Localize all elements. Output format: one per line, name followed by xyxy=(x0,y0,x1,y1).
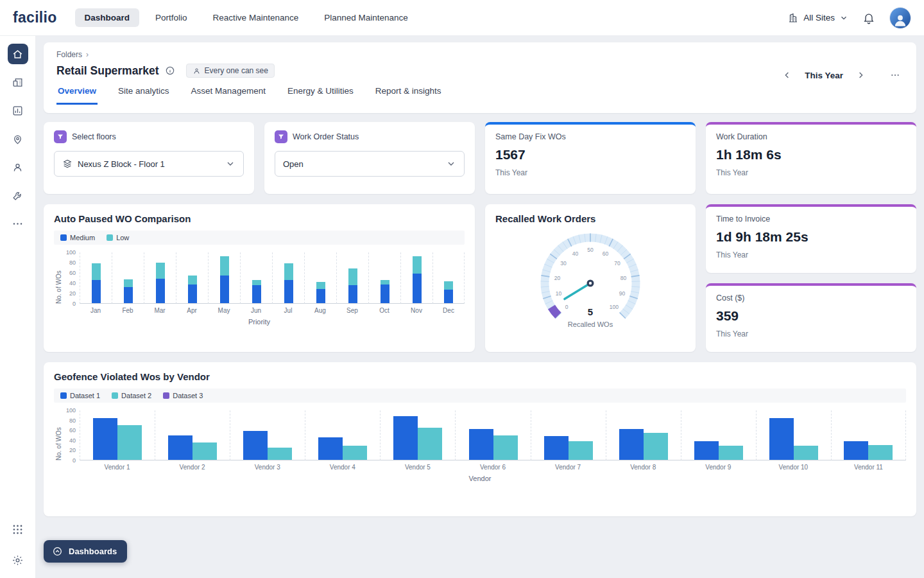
bar-dataset-2[interactable] xyxy=(868,445,893,460)
x-tick-label: Vendor 1 xyxy=(80,460,155,473)
breadcrumb-folders[interactable]: Folders xyxy=(56,50,82,59)
breadcrumb[interactable]: Folders › xyxy=(56,50,903,59)
auto-paused-bar-chart: MediumLowNo. of WOs020406080100JanFebMar… xyxy=(54,231,465,326)
period-label[interactable]: This Year xyxy=(805,71,843,80)
stacked-bar[interactable] xyxy=(188,252,197,303)
x-tick-label: Vendor 5 xyxy=(380,460,455,473)
tab-energy-utilities[interactable]: Energy & Utilities xyxy=(286,86,355,105)
y-tick-label: 80 xyxy=(69,417,76,424)
tab-overview[interactable]: Overview xyxy=(56,86,98,105)
nav-item-planned-maintenance[interactable]: Planned Maintenance xyxy=(314,8,418,27)
tab-asset-management[interactable]: Asset Management xyxy=(190,86,267,105)
sidebar-service-icon[interactable] xyxy=(8,185,28,206)
status-dropdown[interactable]: Open xyxy=(275,151,465,177)
bar-area xyxy=(230,410,305,460)
kpi-same-day-fix-wos: Same Day Fix WOs 1567 This Year xyxy=(485,122,696,194)
svg-text:90: 90 xyxy=(619,290,626,297)
stacked-bar[interactable] xyxy=(252,252,261,303)
bar-dataset-1[interactable] xyxy=(769,418,794,460)
bar-dataset-1[interactable] xyxy=(93,418,117,460)
sidebar-home-icon[interactable] xyxy=(8,44,28,64)
bar-dataset-2[interactable] xyxy=(493,435,518,460)
legend-item-dataset-3[interactable]: Dataset 3 xyxy=(163,392,203,399)
x-tick-label: Vendor 7 xyxy=(531,460,606,473)
bar-dataset-2[interactable] xyxy=(343,446,367,460)
bar-dataset-1[interactable] xyxy=(243,431,268,460)
bar-dataset-2[interactable] xyxy=(117,425,142,460)
notifications-bell-icon[interactable] xyxy=(862,12,875,24)
bar-area xyxy=(272,252,304,304)
stacked-bar[interactable] xyxy=(92,252,101,303)
bar-dataset-1[interactable] xyxy=(168,435,193,460)
stacked-bar[interactable] xyxy=(156,252,165,303)
navbar-right: All Sites xyxy=(787,7,911,29)
sidebar-apps-grid-icon[interactable] xyxy=(8,519,28,539)
period-next-button[interactable] xyxy=(852,67,869,83)
sidebar-location-icon[interactable] xyxy=(8,128,28,149)
stacked-bar[interactable] xyxy=(316,252,325,303)
geofence-row: Geofence Violated Wos by Vendor Dataset … xyxy=(44,362,916,516)
layers-icon xyxy=(62,159,73,169)
bar-dataset-1[interactable] xyxy=(544,436,569,460)
sidebar-reports-icon[interactable] xyxy=(8,100,28,121)
floors-dropdown[interactable]: Nexus Z Block - Floor 1 xyxy=(54,151,244,177)
bar-dataset-2[interactable] xyxy=(644,433,668,460)
tab-site-analytics[interactable]: Site analytics xyxy=(117,86,171,105)
stacked-bar[interactable] xyxy=(444,252,453,303)
app-logo[interactable]: facilio xyxy=(13,9,57,26)
stacked-bar[interactable] xyxy=(220,252,229,303)
stacked-bar[interactable] xyxy=(284,252,293,303)
legend-item-dataset-1[interactable]: Dataset 1 xyxy=(60,392,100,399)
user-avatar[interactable] xyxy=(889,7,911,29)
bar-dataset-1[interactable] xyxy=(694,441,719,460)
bar-dataset-1[interactable] xyxy=(619,429,644,460)
bar-dataset-2[interactable] xyxy=(569,441,593,460)
y-tick-label: 0 xyxy=(73,457,76,464)
dashboards-button-label: Dashboards xyxy=(69,547,117,556)
category-vendor-4: Vendor 4 xyxy=(305,410,380,473)
category-vendor-1: Vendor 1 xyxy=(80,410,155,473)
bar-dataset-1[interactable] xyxy=(469,429,493,460)
dashboards-button[interactable]: Dashboards xyxy=(44,540,127,563)
site-selector[interactable]: All Sites xyxy=(787,12,848,24)
stacked-bar[interactable] xyxy=(348,252,357,303)
bar-dataset-2[interactable] xyxy=(418,428,442,460)
bar-dataset-2[interactable] xyxy=(794,446,818,460)
sidebar-portfolio-icon[interactable] xyxy=(8,72,28,92)
info-icon[interactable] xyxy=(165,66,175,76)
sidebar-more-icon[interactable] xyxy=(8,213,28,234)
chart-title: Auto Paused WO Comparison xyxy=(54,213,465,224)
bar-dataset-1[interactable] xyxy=(393,416,418,460)
bar-segment-low xyxy=(92,263,101,280)
nav-item-dashboard[interactable]: Dashboard xyxy=(75,8,140,27)
tab-report-insights[interactable]: Report & insights xyxy=(374,86,443,105)
legend-item-low[interactable]: Low xyxy=(107,234,129,241)
bar-segment-low xyxy=(316,282,325,289)
stacked-bar[interactable] xyxy=(381,252,389,303)
category-vendor-8: Vendor 8 xyxy=(606,410,681,473)
stacked-bar[interactable] xyxy=(413,252,422,303)
bar-dataset-1[interactable] xyxy=(844,441,868,460)
legend-item-dataset-2[interactable]: Dataset 2 xyxy=(112,392,151,399)
bar-dataset-2[interactable] xyxy=(193,442,217,460)
kpi-period: This Year xyxy=(716,168,906,177)
visibility-badge-label: Every one can see xyxy=(205,66,268,75)
stacked-bar[interactable] xyxy=(124,252,133,303)
bar-area xyxy=(756,410,831,460)
more-options-button[interactable] xyxy=(887,67,903,83)
bar-dataset-2[interactable] xyxy=(719,446,743,460)
sidebar-settings-gear-icon[interactable] xyxy=(8,550,28,570)
left-sidebar xyxy=(0,36,36,578)
period-prev-button[interactable] xyxy=(779,67,796,83)
bar-dataset-2[interactable] xyxy=(268,448,292,460)
bar-dataset-1[interactable] xyxy=(318,437,343,460)
nav-item-portfolio[interactable]: Portfolio xyxy=(146,8,197,27)
auto-paused-wo-comparison-card: Auto Paused WO Comparison MediumLowNo. o… xyxy=(44,204,475,352)
breadcrumb-separator: › xyxy=(86,50,89,59)
kpi-value: 1d 9h 18m 25s xyxy=(716,229,906,245)
bar-segment-medium xyxy=(381,285,389,303)
nav-item-reactive-maintenance[interactable]: Reactive Maintenance xyxy=(203,8,309,27)
legend-item-medium[interactable]: Medium xyxy=(60,234,95,241)
legend-swatch xyxy=(60,234,67,241)
sidebar-contacts-icon[interactable] xyxy=(8,157,28,177)
